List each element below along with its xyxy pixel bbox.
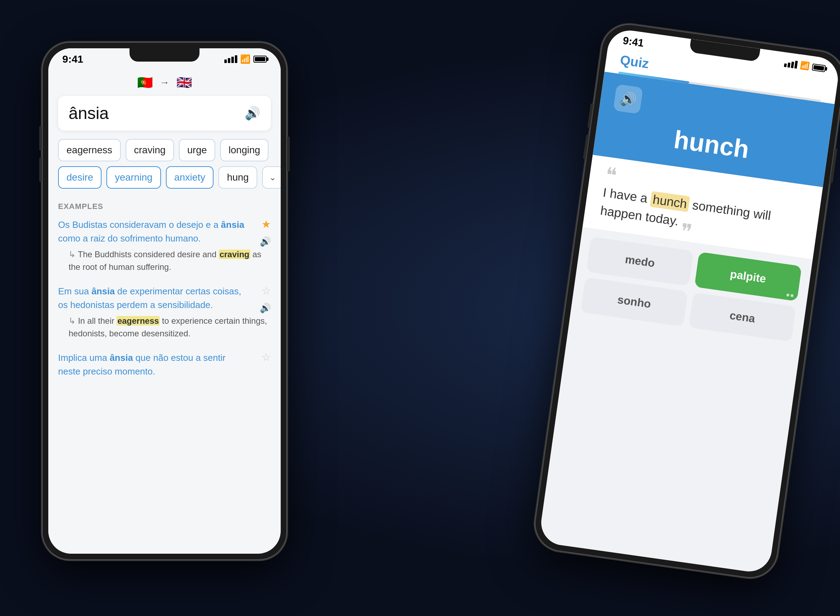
left-screen: 9:41 📶 🇵🇹 → 🇬: [48, 48, 281, 554]
synonym-hung[interactable]: hung: [218, 166, 257, 189]
speaker-icon-quiz: 🔊: [619, 90, 637, 108]
answer-palpite-text: palpite: [729, 268, 767, 285]
examples-section: EXAMPLES Os Budistas consideravam o dese…: [48, 194, 281, 378]
highlight-craving-1: craving: [219, 249, 250, 259]
synonym-anxiety[interactable]: anxiety: [166, 166, 214, 189]
arrow-indicator-1: ↳: [69, 249, 76, 259]
battery-icon: [254, 56, 267, 63]
example-2-english: ↳ In all their eagerness to experience c…: [58, 315, 271, 340]
quiz-wifi-icon: 📶: [799, 61, 810, 71]
highlight-eagerness-2: eagerness: [117, 316, 160, 326]
synonym-urge[interactable]: urge: [179, 139, 215, 161]
quiz-speaker-button[interactable]: 🔊: [613, 84, 643, 114]
language-header: 🇵🇹 → 🇬🇧: [48, 68, 281, 96]
hunch-highlight: hunch: [649, 191, 690, 212]
phone-left: 9:41 📶 🇵🇹 → 🇬: [42, 42, 287, 560]
synonyms-container: eagerness craving urge longing desire ye…: [48, 139, 281, 189]
highlight-ansia-3: ânsia: [110, 352, 133, 363]
flag-english[interactable]: 🇬🇧: [176, 75, 192, 90]
example-3-portuguese: Implica uma ânsia que não estou a sentir…: [58, 351, 271, 378]
flag-portuguese[interactable]: 🇵🇹: [137, 75, 152, 90]
answer-medo[interactable]: medo: [586, 237, 694, 286]
example-1-english: ↳ The Buddhists considered desire and cr…: [58, 248, 271, 273]
speaker-button-1[interactable]: 🔊: [260, 236, 271, 247]
vol-down-button[interactable]: [39, 157, 42, 182]
example-item-3: Implica uma ânsia que não estou a sentir…: [58, 351, 271, 378]
wifi-icon: 📶: [240, 54, 251, 64]
search-box[interactable]: ânsia 🔊: [58, 96, 271, 131]
answer-dots: [786, 294, 794, 298]
speaker-icon-main[interactable]: 🔊: [245, 106, 260, 121]
highlight-ansia-1: ânsia: [221, 220, 244, 230]
star-button-1[interactable]: ★: [261, 218, 271, 230]
time-right: 9:41: [622, 34, 644, 49]
direction-arrow: →: [160, 77, 169, 88]
arrow-indicator-2: ↳: [69, 316, 76, 326]
quote-close: ❞: [679, 219, 694, 244]
example-item-2: Em sua ânsia de experimentar certas cois…: [58, 285, 271, 340]
highlight-ansia-2: ânsia: [91, 286, 115, 296]
example-item-1: Os Budistas consideravam o desejo e a ân…: [58, 218, 271, 273]
star-button-2[interactable]: ☆: [261, 285, 271, 297]
synonym-eagerness[interactable]: eagerness: [58, 139, 121, 161]
quiz-signal-icon: [784, 59, 798, 69]
examples-label: EXAMPLES: [58, 202, 271, 211]
vol-up-button[interactable]: [39, 126, 42, 151]
synonyms-row-2: desire yearning anxiety hung ⌄: [58, 166, 271, 189]
scene: 9:41 📶 🇵🇹 → 🇬: [0, 0, 840, 616]
synonyms-row-1: eagerness craving urge longing: [58, 139, 271, 161]
answer-sonho[interactable]: sonho: [580, 277, 688, 327]
answer-cena[interactable]: cena: [689, 293, 796, 342]
synonym-craving[interactable]: craving: [126, 139, 174, 161]
notch: [129, 48, 199, 62]
example-2-portuguese: Em sua ânsia de experimentar certas cois…: [58, 285, 271, 312]
synonym-longing[interactable]: longing: [220, 139, 268, 161]
star-button-3[interactable]: ☆: [261, 351, 271, 363]
search-word: ânsia: [69, 104, 109, 123]
signal-icon: [224, 55, 237, 63]
answer-sonho-text: sonho: [617, 293, 652, 311]
quiz-battery-icon: [812, 63, 826, 72]
example-1-portuguese: Os Budistas consideravam o desejo e a ân…: [58, 218, 271, 245]
quiz-status-icons: 📶: [784, 59, 826, 73]
speaker-button-2[interactable]: 🔊: [260, 303, 271, 314]
answer-palpite[interactable]: palpite: [694, 252, 802, 301]
synonym-yearning[interactable]: yearning: [106, 166, 161, 189]
answer-medo-text: medo: [625, 253, 656, 270]
expand-synonyms-button[interactable]: ⌄: [262, 166, 281, 189]
answer-cena-text: cena: [729, 309, 756, 325]
synonym-desire[interactable]: desire: [58, 166, 101, 189]
power-button[interactable]: [287, 136, 290, 172]
status-icons-left: 📶: [224, 54, 267, 64]
time-left: 9:41: [62, 53, 83, 65]
